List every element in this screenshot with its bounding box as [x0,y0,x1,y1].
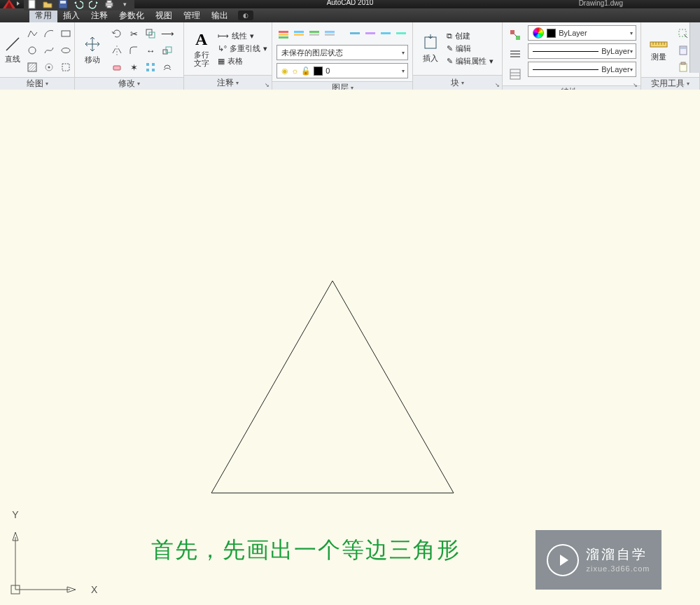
trim-icon[interactable]: ✂ [125,25,142,42]
mtext-label: 多行文字 [194,50,209,67]
block-insert-button[interactable]: 插入 [417,34,444,64]
svg-rect-31 [325,34,335,36]
explode-icon[interactable]: ✶ [125,59,142,76]
erase-icon[interactable] [108,59,125,76]
layer-color-swatch [314,67,323,76]
tab-output[interactable]: 输出 [206,8,234,23]
extend-icon[interactable]: ⟶ [159,25,176,42]
copy-icon[interactable] [142,25,159,42]
linear-dim-icon: ⟼ [218,32,229,41]
linetype-combo[interactable]: ByLayer▾ [528,62,636,77]
layer-prop-icon[interactable] [276,25,290,42]
line-tool-button[interactable]: 直线 [4,36,21,64]
move-tool-button[interactable]: 移动 [79,35,106,65]
svg-rect-37 [510,30,514,34]
color-combo[interactable]: ByLayer▾ [528,25,636,41]
mirror-icon[interactable] [108,42,125,59]
panel-title-block[interactable]: 块▾ [413,75,502,90]
block-create-button[interactable]: ⧉创建 [447,31,493,41]
spline-icon[interactable] [41,42,57,59]
block-dialog-launcher[interactable]: ↘ [493,81,500,88]
title-bar: ▾ AutoCAD 2010 Drawing1.dwg [0,0,700,8]
list-prop2-icon[interactable] [507,66,524,83]
svg-rect-7 [62,31,70,36]
hatch-icon[interactable] [24,59,41,76]
ribbon-scroll[interactable] [690,22,700,73]
document-title: Drawing1.dwg [579,0,623,7]
layer-off-icon[interactable] [348,25,362,42]
layer-prev-icon[interactable] [394,25,408,42]
layer-combo[interactable]: ◉ ☼ 🔓 0 ▾ [276,63,408,78]
fillet-icon[interactable] [125,42,142,59]
point-icon[interactable] [41,59,57,76]
circle-icon[interactable] [24,42,41,59]
table-button[interactable]: ▦表格 [218,56,267,67]
svg-rect-32 [350,32,360,34]
svg-rect-20 [152,63,155,66]
watermark-badge: 溜溜自学 zixue.3d66.com [536,530,662,590]
svg-rect-26 [294,31,304,33]
stretch-icon[interactable]: ↔ [142,42,159,59]
arc-icon[interactable] [41,25,57,42]
svg-rect-25 [279,36,288,39]
svg-rect-18 [113,66,120,70]
layer-freeze-icon[interactable] [323,25,337,42]
ribbon-panel-properties: ByLayer▾ ByLayer▾ ByLayer▾ 特性▾ ↘ [503,22,640,90]
lineweight-combo[interactable]: ByLayer▾ [528,43,636,59]
mleader-icon: ↳° [218,44,227,53]
svg-rect-21 [146,69,149,71]
move-tool-label: 移动 [85,55,100,65]
svg-rect-24 [279,34,288,36]
svg-point-11 [48,67,50,69]
layer-sep [338,25,346,42]
svg-rect-27 [294,34,304,36]
play-icon [547,544,579,576]
block-insert-label: 插入 [423,53,438,64]
rectangle-icon[interactable] [57,25,74,42]
layer-lock-icon[interactable] [363,25,377,42]
ellipse-icon[interactable] [57,42,74,59]
svg-rect-28 [309,31,319,33]
annotate-dialog-launcher[interactable]: ↘ [263,81,270,88]
array-icon[interactable] [142,59,159,76]
ucs-icon: Y X [6,506,104,604]
mtext-button[interactable]: A 多行文字 [188,30,215,67]
block-edit-button[interactable]: ✎编辑 [447,43,493,54]
panel-title-draw[interactable]: 绘图▾ [0,77,74,90]
line-tool-label: 直线 [5,54,20,64]
mleader-button[interactable]: ↳°多重引线 ▾ [218,43,267,54]
offset-icon[interactable] [159,59,176,76]
layer-name-label: 0 [326,67,330,75]
tab-extras-icon[interactable]: ◐ [238,11,253,20]
svg-point-8 [29,47,36,54]
linear-dim-button[interactable]: ⟼线性 ▾ [218,31,267,41]
block-attr-button[interactable]: ✎编辑属性 ▾ [447,56,493,67]
rotate-icon[interactable] [108,25,125,42]
layer-match-icon[interactable] [379,25,393,42]
svg-rect-42 [510,69,520,79]
ribbon-panel-modify: 移动 ✂ ⟶ ↔ ✶ 修改▾ [75,22,184,90]
polyline-icon[interactable] [24,25,41,42]
svg-rect-47 [680,64,687,71]
model-canvas[interactable]: 首先，先画出一个等边三角形 Y X 溜溜自学 zixue.3d66.com [0,90,700,605]
svg-rect-39 [510,50,520,52]
svg-rect-41 [510,56,520,57]
tab-view[interactable]: 视图 [150,8,178,23]
tab-manage[interactable]: 管理 [178,8,206,23]
layer-states-icon[interactable] [292,25,306,42]
ucs-y-label: Y [12,509,19,520]
measure-button[interactable]: 测量 [645,38,672,62]
panel-title-utilities[interactable]: 实用工具▾ [641,77,699,90]
list-prop-icon[interactable] [507,46,524,63]
match-prop-icon[interactable] [507,27,524,43]
ribbon: 直线 绘图▾ 移动 ✂ [0,22,700,90]
region-icon[interactable] [57,59,74,76]
properties-dialog-launcher[interactable]: ↘ [632,81,639,88]
panel-title-annotate[interactable]: 注释▾ [184,75,272,90]
panel-title-modify[interactable]: 修改▾ [75,77,183,90]
layer-state-combo[interactable]: 未保存的图层状态▾ [276,45,408,60]
svg-rect-13 [62,64,69,71]
layer-iso-icon[interactable] [307,25,321,42]
block-create-icon: ⧉ [447,32,452,41]
scale-icon[interactable] [159,42,176,59]
